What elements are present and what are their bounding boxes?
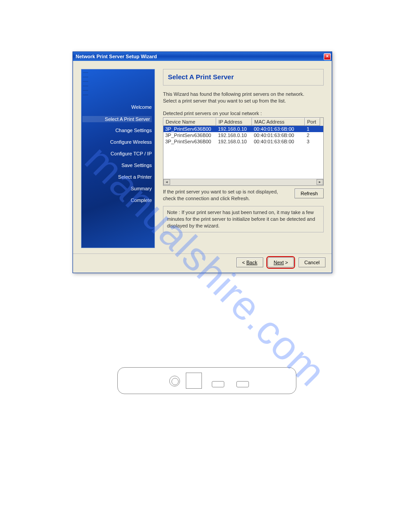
page-title: Select A Print Server	[168, 73, 319, 81]
sidebar-item-summary[interactable]: Summary	[131, 186, 152, 191]
table-header[interactable]: Device Name IP Address MAC Address Port	[163, 118, 323, 126]
print-server-table[interactable]: Device Name IP Address MAC Address Port …	[163, 117, 324, 186]
sidebar-item-select-printer[interactable]: Select a Printer	[118, 174, 152, 180]
note-box: Note : If your print server has just bee…	[163, 206, 324, 232]
back-button[interactable]: < Back	[236, 257, 263, 267]
titlebar[interactable]: Network Print Server Setup Wizard ×	[73, 52, 332, 61]
wizard-dialog: Network Print Server Setup Wizard × Welc…	[73, 51, 332, 273]
col-device-name[interactable]: Device Name	[163, 118, 216, 126]
scroll-right-icon[interactable]: ▸	[317, 179, 323, 185]
table-row[interactable]: 3P_PrintServ636B00192.168.0.1000:40:01:6…	[163, 126, 323, 132]
sidebar-item-welcome[interactable]: Welcome	[131, 104, 152, 110]
next-button[interactable]: Next >	[268, 257, 294, 267]
diagram-square-icon	[186, 373, 202, 389]
sidebar-item-complete[interactable]: Complete	[131, 197, 152, 203]
detected-label: Detected print servers on your local net…	[163, 111, 324, 116]
wizard-main: Select A Print Server This Wizard has fo…	[155, 69, 324, 248]
refresh-button[interactable]: Refresh	[295, 189, 324, 198]
diagram-port-icon	[212, 381, 224, 387]
cancel-button[interactable]: Cancel	[299, 257, 325, 267]
titlebar-title: Network Print Server Setup Wizard	[76, 54, 157, 59]
wizard-sidebar: Welcome Select A Print Server Change Set…	[81, 69, 155, 248]
sidebar-item-save-settings[interactable]: Save Settings	[121, 163, 152, 168]
close-icon[interactable]: ×	[324, 53, 331, 60]
instructions: This Wizard has found the following prin…	[163, 91, 324, 104]
col-port[interactable]: Port	[305, 118, 320, 126]
table-row[interactable]: 3P_PrintServ636B00192.168.0.1000:40:01:6…	[163, 138, 323, 145]
heading-box: Select A Print Server	[163, 69, 324, 86]
diagram-port-icon	[236, 381, 249, 387]
refresh-help-text: If the print server you want to set up i…	[163, 189, 291, 202]
wizard-footer: < Back Next > Cancel	[73, 254, 332, 273]
sidebar-item-configure-tcpip[interactable]: Configure TCP / IP	[111, 151, 152, 156]
device-diagram	[117, 367, 296, 394]
diagram-circle-icon	[169, 376, 180, 386]
horizontal-scrollbar[interactable]: ◂ ▸	[163, 179, 323, 185]
sidebar-item-change-settings[interactable]: Change Settings	[116, 128, 152, 133]
table-row[interactable]: 3P_PrintServ636B00192.168.0.1000:40:01:6…	[163, 132, 323, 138]
scroll-left-icon[interactable]: ◂	[163, 179, 170, 185]
sidebar-item-configure-wireless[interactable]: Configure Wireless	[110, 139, 152, 145]
col-ip-address[interactable]: IP Address	[216, 118, 252, 126]
sidebar-item-select-print-server[interactable]: Select A Print Server	[82, 116, 152, 122]
col-mac-address[interactable]: MAC Address	[252, 118, 305, 126]
